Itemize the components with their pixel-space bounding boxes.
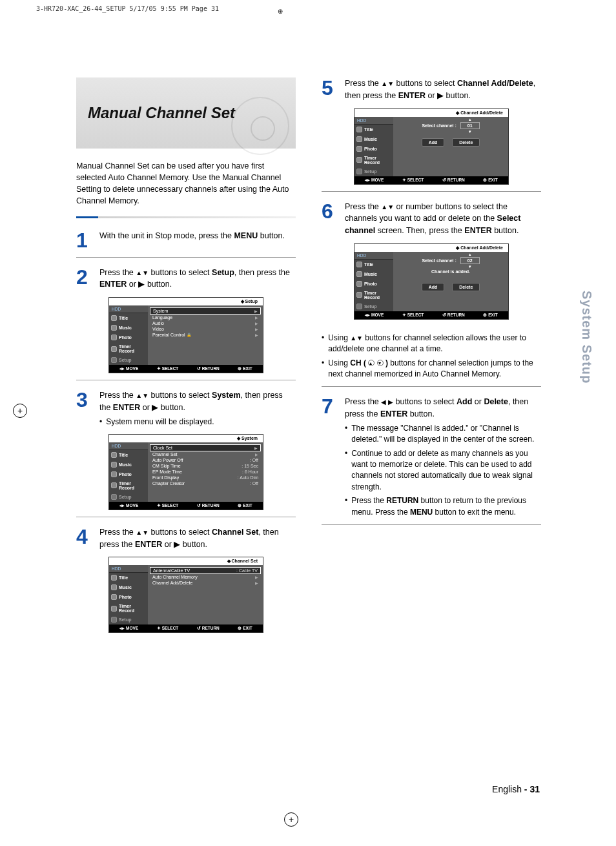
menu-item: Auto Channel Memory — [152, 575, 198, 579]
text: Press the — [351, 496, 386, 505]
bold: System — [212, 391, 240, 400]
text: screen. Then, press the — [375, 226, 464, 235]
chevron-right-icon — [252, 333, 258, 337]
foot-return: ↺ RETURN — [197, 626, 220, 631]
sidebar-label: Title — [119, 453, 128, 457]
text: button. — [180, 540, 207, 549]
intro-text: Manual Channel Set can be used after you… — [76, 160, 296, 207]
sidebar-label: Setup — [364, 169, 376, 174]
step-number: 1 — [76, 230, 93, 251]
divider — [322, 524, 541, 525]
sub-bullet: Continue to add or delete as many channe… — [351, 448, 541, 493]
crop-mark-top: ⊕ — [278, 8, 283, 15]
lock-icon: 🔒 — [187, 333, 191, 337]
foot-return: ↺ RETURN — [197, 503, 220, 508]
footer-lang: English — [492, 784, 522, 794]
photo-icon — [356, 281, 362, 287]
step-number: 6 — [322, 201, 338, 237]
menu-item: Language — [152, 315, 172, 320]
status-message: Channel is added. — [431, 269, 470, 274]
foot-exit: ⊕ EXIT — [483, 178, 497, 183]
title-icon — [356, 262, 362, 267]
bold: ENTER — [398, 91, 426, 100]
title-icon — [111, 575, 117, 581]
registration-mark-bottom — [284, 812, 298, 827]
text: buttons to select — [393, 397, 457, 406]
play-icon: ▶ — [174, 540, 180, 549]
text: buttons to select — [149, 268, 212, 277]
add-button: Add — [422, 138, 445, 147]
text: button. — [444, 91, 471, 100]
bold: ENTER — [464, 226, 491, 235]
menu-item: Parental Control — [152, 333, 185, 337]
text: or — [472, 397, 484, 406]
text: Press the — [99, 528, 136, 537]
menu-item: CM Skip Time — [152, 464, 181, 468]
timer-icon — [356, 292, 362, 298]
ch-down-icon — [377, 360, 384, 366]
text: Using — [328, 333, 350, 342]
divider — [322, 191, 541, 192]
text: Press the — [345, 397, 381, 406]
sidebar-label: Title — [364, 262, 373, 267]
step-number: 5 — [322, 77, 338, 102]
bold: MENU — [410, 508, 433, 517]
channel-number: 02 — [460, 257, 480, 264]
osd-title: Channel Set — [227, 559, 258, 563]
photo-icon — [111, 594, 117, 600]
foot-exit: ⊕ EXIT — [238, 503, 252, 508]
sidebar-label: Timer Record — [119, 344, 146, 353]
osd-channel-add-2: Channel Add/Delete HDD Title Music Photo… — [354, 243, 509, 320]
osd-title: System — [237, 436, 258, 440]
foot-select: ✦ SELECT — [157, 366, 178, 371]
menu-item: Audio — [152, 321, 164, 325]
chevron-right-icon — [252, 327, 258, 331]
divider-gradient — [76, 216, 296, 218]
chevron-right-icon — [252, 315, 258, 320]
menu-item: Clock Set — [153, 446, 172, 450]
bold: Channel Add/Delete — [457, 79, 533, 88]
bold: Setup — [212, 268, 234, 277]
menu-item: Channel Set — [152, 452, 178, 457]
play-icon: ▶ — [437, 91, 444, 100]
osd-channel-set: Channel Set HDD Title Music Photo Timer … — [108, 557, 263, 633]
page-footer: English - 31 — [492, 784, 540, 794]
sidebar-label: Photo — [364, 147, 377, 151]
sidebar-hdd: HDD — [354, 252, 393, 260]
menu-item: Chapter Creator — [152, 481, 185, 486]
chevron-right-icon — [252, 575, 258, 579]
gear-icon — [356, 304, 362, 309]
print-header: 3-HR720-XAC_26-44_SETUP 5/17/05 9:55 PM … — [36, 5, 219, 12]
music-icon — [356, 136, 362, 142]
chevron-right-icon — [252, 581, 258, 585]
right-column: 5 Press the ▲▼ buttons to select Channel… — [322, 77, 541, 638]
disc-icon — [231, 97, 289, 155]
text: buttons to select — [149, 391, 212, 400]
music-icon — [111, 325, 117, 331]
delete-button: Delete — [452, 138, 480, 147]
step-6: 6 Press the ▲▼ or number buttons to sele… — [322, 201, 541, 237]
chevron-right-icon — [252, 446, 258, 450]
step-2: 2 Press the ▲▼ buttons to select Setup, … — [76, 267, 296, 291]
bold: RETURN — [386, 496, 418, 505]
text: button to exit the menu. — [433, 508, 516, 517]
title-icon — [111, 452, 117, 458]
arrow-icon: ▲▼ — [136, 392, 149, 399]
foot-move: ◂▸ MOVE — [119, 503, 138, 508]
title-box: Manual Channel Set — [76, 77, 296, 149]
step-1: 1 With the unit in Stop mode, press the … — [76, 230, 296, 251]
step-7: 7 Press the ◀ ▶ buttons to select Add or… — [322, 396, 541, 518]
music-icon — [111, 462, 117, 468]
gear-icon — [111, 617, 117, 623]
osd-setup: Setup HDD Title Music Photo Timer Record… — [108, 297, 263, 373]
page: 3-HR720-XAC_26-44_SETUP 5/17/05 9:55 PM … — [0, 0, 616, 846]
text: or — [127, 280, 138, 289]
sidebar-label: Title — [119, 575, 128, 580]
divider — [76, 517, 296, 517]
timer-icon — [356, 157, 362, 163]
sidebar-label: Setup — [119, 617, 131, 622]
title-icon — [356, 127, 362, 132]
chevron-right-icon — [252, 452, 258, 457]
sidebar-label: Setup — [119, 495, 131, 499]
bold: Delete — [484, 397, 508, 406]
